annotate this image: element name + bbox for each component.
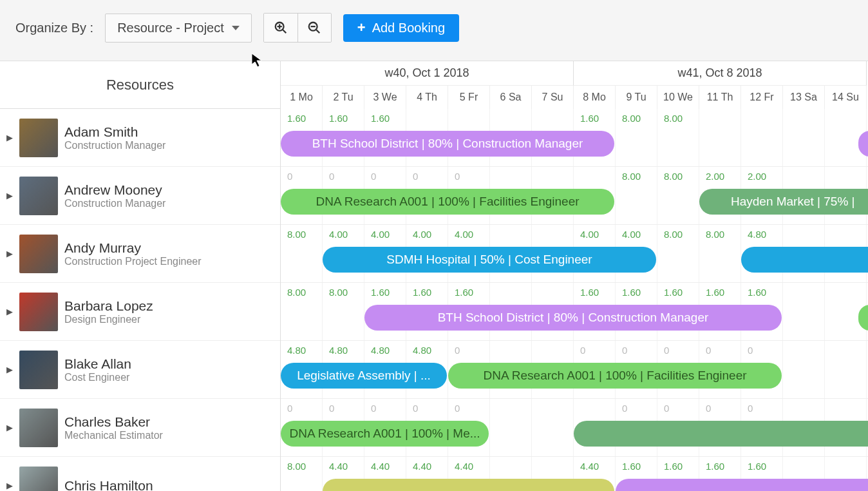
hours-cell: 8.00 bbox=[281, 283, 323, 340]
resource-role: Cost Engineer bbox=[64, 372, 131, 383]
hours-cell: 8.00 bbox=[699, 225, 741, 282]
day-header: 3 We bbox=[364, 86, 406, 109]
expand-icon[interactable]: ▶ bbox=[6, 423, 13, 432]
resources-header: Resources bbox=[0, 61, 280, 109]
svg-line-5 bbox=[316, 30, 320, 34]
resource-role: Construction Project Engineer bbox=[64, 256, 202, 267]
booking-bar[interactable] bbox=[323, 479, 614, 491]
day-header: 13 Sa bbox=[783, 86, 825, 109]
resource-role: Construction Manager bbox=[64, 140, 165, 151]
day-header: 8 Mo bbox=[574, 86, 616, 109]
zoom-out-icon bbox=[307, 21, 321, 35]
avatar bbox=[19, 351, 58, 389]
timeline-column: w40, Oct 1 2018 w41, Oct 8 2018 1 Mo2 Tu… bbox=[281, 61, 868, 491]
resource-name: Blake Allan bbox=[64, 356, 131, 372]
day-header: 4 Th bbox=[406, 86, 448, 109]
day-header: 12 Fr bbox=[741, 86, 783, 109]
week-header: w41, Oct 8 2018 bbox=[574, 61, 867, 86]
hours-cell: 8.00 bbox=[323, 283, 364, 340]
avatar bbox=[19, 409, 58, 447]
resource-row[interactable]: ▶ Blake Allan Cost Engineer bbox=[0, 341, 280, 399]
schedule-grid: Resources ▶ Adam Smith Construction Mana… bbox=[0, 61, 868, 491]
organize-by-value: Resource - Project bbox=[117, 21, 224, 35]
resource-role: Construction Manager bbox=[64, 198, 165, 209]
hours-cell: 8.00 bbox=[616, 109, 657, 166]
resource-row[interactable]: ▶ Chris Hamilton bbox=[0, 457, 280, 491]
hours-cell: 8.00 bbox=[657, 109, 699, 166]
hours-cell bbox=[783, 283, 825, 340]
hours-cell bbox=[825, 341, 867, 398]
schedule-row: 000008.008.002.002.00DNA Research A001 |… bbox=[281, 167, 868, 225]
booking-bar[interactable]: DNA Research A001 | 100% | Facilities En… bbox=[448, 363, 782, 389]
schedule-row: 8.004.004.004.004.004.004.008.008.004.80… bbox=[281, 225, 868, 283]
hours-cell: 8.00 bbox=[616, 167, 657, 224]
resource-name: Chris Hamilton bbox=[64, 478, 153, 492]
expand-icon[interactable]: ▶ bbox=[6, 307, 13, 316]
day-header: 11 Th bbox=[699, 86, 741, 109]
chevron-down-icon bbox=[232, 26, 240, 30]
day-header: 14 Su bbox=[825, 86, 867, 109]
expand-icon[interactable]: ▶ bbox=[6, 191, 13, 200]
schedule-row: 8.008.001.601.601.601.601.601.601.601.60… bbox=[281, 283, 868, 341]
booking-bar[interactable] bbox=[616, 479, 868, 491]
resource-row[interactable]: ▶ Adam Smith Construction Manager bbox=[0, 109, 280, 167]
avatar bbox=[19, 177, 58, 215]
resource-row[interactable]: ▶ Barbara Lopez Design Engineer bbox=[0, 283, 280, 341]
zoom-group bbox=[263, 13, 332, 43]
zoom-out-button[interactable] bbox=[297, 14, 331, 42]
booking-bar[interactable] bbox=[574, 421, 868, 447]
schedule-row: 1.601.601.601.608.008.00BTH School Distr… bbox=[281, 109, 868, 167]
day-header: 10 We bbox=[657, 86, 699, 109]
resource-name: Charles Baker bbox=[64, 414, 163, 430]
resource-row[interactable]: ▶ Andrew Mooney Construction Manager bbox=[0, 167, 280, 225]
timeline-header: w40, Oct 1 2018 w41, Oct 8 2018 1 Mo2 Tu… bbox=[281, 61, 868, 109]
day-header: 7 Su bbox=[532, 86, 574, 109]
resource-name: Barbara Lopez bbox=[64, 298, 153, 314]
hours-cell: 8.00 bbox=[657, 225, 699, 282]
resource-row[interactable]: ▶ Andy Murray Construction Project Engin… bbox=[0, 225, 280, 283]
expand-icon[interactable]: ▶ bbox=[6, 249, 13, 258]
resource-row[interactable]: ▶ Charles Baker Mechanical Estimator bbox=[0, 399, 280, 457]
hours-cell: 8.00 bbox=[657, 167, 699, 224]
expand-icon[interactable]: ▶ bbox=[6, 365, 13, 374]
expand-icon[interactable]: ▶ bbox=[6, 133, 13, 142]
resource-role: Design Engineer bbox=[64, 314, 153, 325]
hours-cell bbox=[490, 399, 532, 456]
resource-name: Andy Murray bbox=[64, 240, 202, 256]
booking-bar[interactable] bbox=[858, 131, 868, 157]
booking-bar[interactable]: BTH School District | 80% | Construction… bbox=[364, 305, 782, 331]
toolbar: Organize By : Resource - Project + Add B… bbox=[0, 0, 868, 61]
zoom-in-icon bbox=[274, 21, 288, 35]
add-booking-button[interactable]: + Add Booking bbox=[343, 14, 459, 42]
booking-bar[interactable]: DNA Research A001 | 100% | Facilities En… bbox=[281, 189, 614, 215]
schedule-row: 8.004.404.404.404.404.401.601.601.601.60 bbox=[281, 457, 868, 491]
booking-bar[interactable]: Legislative Assembly | ... bbox=[281, 363, 447, 389]
day-header: 9 Tu bbox=[616, 86, 657, 109]
day-header: 1 Mo bbox=[281, 86, 323, 109]
hours-cell bbox=[532, 399, 574, 456]
week-header: w40, Oct 1 2018 bbox=[281, 61, 574, 86]
hours-cell: 8.00 bbox=[281, 457, 323, 491]
booking-bar[interactable]: DNA Research A001 | 100% | Me... bbox=[281, 421, 489, 447]
schedule-row: 000000000DNA Research A001 | 100% | Me..… bbox=[281, 399, 868, 457]
booking-bar[interactable]: Hayden Market | 75% | bbox=[699, 189, 868, 215]
avatar bbox=[19, 293, 58, 331]
booking-bar[interactable] bbox=[741, 247, 868, 273]
plus-icon: + bbox=[357, 21, 366, 35]
day-header: 5 Fr bbox=[448, 86, 490, 109]
day-header: 2 Tu bbox=[323, 86, 364, 109]
organize-by-label: Organize By : bbox=[15, 21, 93, 35]
resources-column: Resources ▶ Adam Smith Construction Mana… bbox=[0, 61, 281, 491]
expand-icon[interactable]: ▶ bbox=[6, 481, 13, 490]
hours-cell bbox=[783, 109, 825, 166]
resource-name: Adam Smith bbox=[64, 124, 165, 140]
booking-bar[interactable]: BTH School District | 80% | Construction… bbox=[281, 131, 614, 157]
resource-role: Mechanical Estimator bbox=[64, 430, 163, 441]
avatar bbox=[19, 119, 58, 157]
zoom-in-button[interactable] bbox=[264, 14, 297, 42]
booking-bar[interactable]: SDMH Hospital | 50% | Cost Engineer bbox=[323, 247, 656, 273]
day-header: 6 Sa bbox=[490, 86, 532, 109]
booking-bar[interactable] bbox=[858, 305, 868, 331]
organize-by-dropdown[interactable]: Resource - Project bbox=[105, 14, 252, 43]
schedule-row: 4.804.804.804.80000000Legislative Assemb… bbox=[281, 341, 868, 399]
